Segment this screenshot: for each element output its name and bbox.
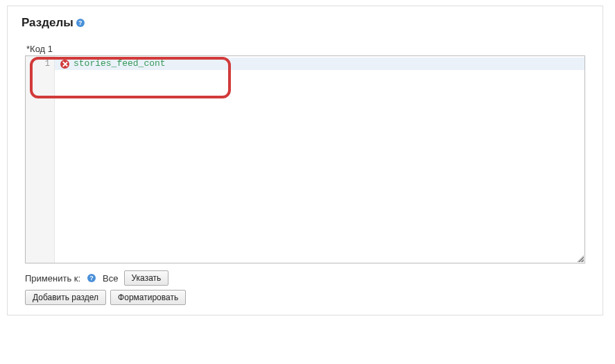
code-section-label: *Код 1 — [26, 44, 585, 54]
code-editor[interactable]: 1 stories_feed_cont — [25, 55, 585, 263]
error-icon[interactable] — [60, 60, 69, 69]
specify-button[interactable]: Указать — [124, 270, 169, 286]
help-icon[interactable]: ? — [87, 274, 96, 282]
sections-panel: Разделы ? *Код 1 1 stories_feed_cont При… — [7, 6, 603, 315]
apply-to-row: Применить к: ? Все Указать — [25, 270, 585, 286]
resize-handle[interactable] — [577, 255, 584, 262]
code-section: *Код 1 1 stories_feed_cont — [25, 44, 585, 263]
panel-header: Разделы ? — [8, 6, 603, 37]
help-icon[interactable]: ? — [76, 19, 85, 27]
action-buttons: Добавить раздел Форматировать — [25, 290, 585, 305]
page-title: Разделы — [21, 16, 73, 30]
code-line[interactable]: stories_feed_cont — [55, 58, 584, 70]
code-text: stories_feed_cont — [73, 58, 166, 70]
format-button[interactable]: Форматировать — [110, 290, 186, 305]
code-gutter: 1 — [26, 56, 55, 263]
line-number: 1 — [26, 58, 54, 70]
apply-to-label: Применить к: — [25, 273, 80, 284]
apply-all-text: Все — [103, 273, 118, 284]
add-section-button[interactable]: Добавить раздел — [25, 290, 106, 305]
code-content[interactable]: stories_feed_cont — [55, 56, 584, 263]
